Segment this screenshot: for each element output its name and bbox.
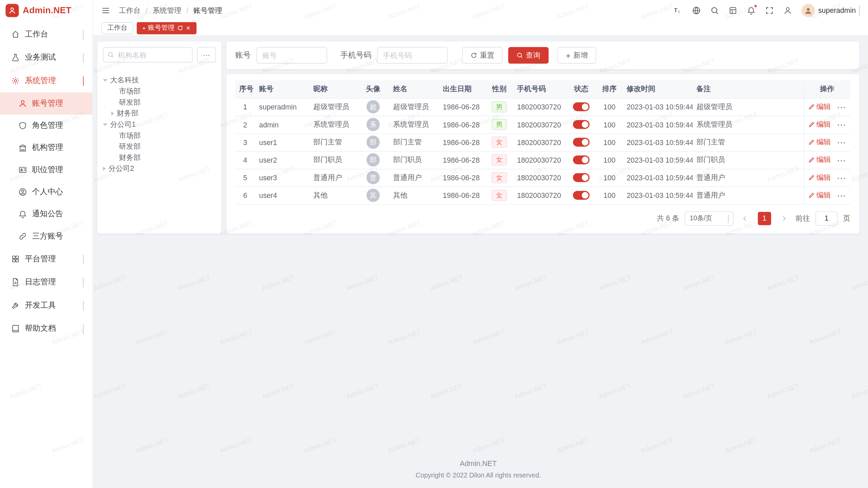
sidebar-item-third-party-account[interactable]: 三方账号 bbox=[0, 225, 93, 247]
tree-node[interactable]: 研发部 bbox=[103, 97, 216, 108]
globe-icon[interactable] bbox=[692, 6, 701, 15]
col-remark: 备注 bbox=[692, 80, 804, 98]
plus-icon: + bbox=[566, 51, 571, 59]
tree-node[interactable]: 财务部 bbox=[103, 152, 216, 163]
row-more-button[interactable]: ··· bbox=[837, 139, 846, 147]
tree-node[interactable]: 研发部 bbox=[103, 141, 216, 152]
org-more-button[interactable]: ··· bbox=[197, 47, 216, 63]
chevron-down-icon bbox=[83, 301, 84, 310]
status-toggle[interactable] bbox=[573, 191, 590, 200]
row-more-button[interactable]: ··· bbox=[837, 192, 846, 200]
user-menu[interactable]: superadmin bbox=[802, 4, 860, 17]
refresh-icon[interactable] bbox=[177, 25, 183, 31]
accounts-table: 序号 账号 昵称 头像 姓名 出生日期 性别 手机号码 状态 排序 bbox=[235, 80, 850, 205]
goto-label: 前往 bbox=[795, 213, 810, 223]
current-page[interactable]: 1 bbox=[758, 211, 771, 225]
org-search-input[interactable] bbox=[103, 47, 193, 63]
edit-button[interactable]: 编辑 bbox=[808, 137, 831, 147]
notification-icon[interactable] bbox=[747, 6, 756, 15]
brand-name: Admin.NET bbox=[23, 5, 72, 15]
brand: Admin.NET bbox=[0, 0, 93, 20]
sidebar-item-position-management[interactable]: 职位管理 bbox=[0, 159, 93, 181]
table-row: 5 user3 普通用户 普 普通用户 1986-06-28 女 1802003… bbox=[235, 169, 850, 186]
breadcrumb-item[interactable]: 工作台 bbox=[119, 5, 141, 15]
avatar: 系 bbox=[367, 118, 380, 131]
tree-node[interactable]: 市场部 bbox=[103, 130, 216, 141]
phone-input[interactable] bbox=[377, 47, 448, 64]
tree-node[interactable]: 分公司1 bbox=[103, 119, 216, 130]
reset-button[interactable]: 重置 bbox=[462, 47, 502, 64]
edit-button[interactable]: 编辑 bbox=[808, 172, 831, 182]
tabs-bar: 工作台 ● 账号管理 × bbox=[93, 20, 868, 36]
col-nickname: 昵称 bbox=[310, 80, 357, 98]
avatar: 普 bbox=[367, 171, 380, 184]
sidebar-item-platform-management[interactable]: 平台管理 bbox=[0, 247, 93, 271]
row-more-button[interactable]: ··· bbox=[837, 157, 846, 165]
profile-icon[interactable] bbox=[783, 6, 792, 15]
tree-node[interactable]: 财务部 bbox=[103, 108, 216, 119]
row-more-button[interactable]: ··· bbox=[837, 121, 846, 129]
prev-page-button[interactable] bbox=[739, 211, 752, 225]
status-toggle[interactable] bbox=[573, 173, 590, 182]
status-toggle[interactable] bbox=[573, 156, 590, 164]
brand-logo-icon bbox=[5, 4, 19, 17]
pencil-icon bbox=[808, 174, 815, 181]
page-size-select[interactable]: 10条/页 bbox=[685, 211, 734, 225]
edit-button[interactable]: 编辑 bbox=[808, 190, 831, 200]
search-button[interactable]: 查询 bbox=[508, 47, 549, 64]
caret-down-icon[interactable] bbox=[103, 79, 107, 82]
status-toggle[interactable] bbox=[573, 138, 590, 147]
fullscreen-icon[interactable] bbox=[765, 6, 774, 15]
account-input[interactable] bbox=[256, 47, 327, 64]
next-page-button[interactable] bbox=[777, 211, 790, 225]
tree-node[interactable]: 分公司2 bbox=[103, 163, 216, 175]
status-toggle[interactable] bbox=[573, 103, 590, 111]
status-toggle[interactable] bbox=[573, 120, 590, 129]
goto-page-input[interactable] bbox=[815, 211, 837, 225]
sidebar-item-business-test[interactable]: 业务测试 bbox=[0, 46, 93, 69]
chevron-down-icon bbox=[83, 30, 84, 39]
sidebar-item-dev-tools[interactable]: 开发工具 bbox=[0, 294, 93, 317]
edit-button[interactable]: 编辑 bbox=[808, 155, 831, 165]
tab-workbench[interactable]: 工作台 bbox=[101, 22, 134, 34]
row-more-button[interactable]: ··· bbox=[837, 174, 846, 182]
breadcrumb-item[interactable]: 系统管理 bbox=[141, 5, 181, 15]
topbar: 工作台 系统管理 账号管理 Tt superadmin bbox=[93, 0, 868, 20]
sidebar-item-org-management[interactable]: 机构管理 bbox=[0, 137, 93, 159]
close-icon[interactable]: × bbox=[186, 24, 190, 32]
gear-icon bbox=[11, 76, 20, 85]
sidebar-item-label: 个人中心 bbox=[32, 187, 93, 197]
search-icon[interactable] bbox=[710, 6, 719, 15]
add-button[interactable]: + 新增 bbox=[557, 47, 596, 64]
sidebar-item-label: 工作台 bbox=[25, 29, 78, 39]
tab-account-management[interactable]: ● 账号管理 × bbox=[137, 22, 196, 34]
table-row: 2 admin 系统管理员 系 系统管理员 1986-06-28 男 18020… bbox=[235, 116, 850, 133]
caret-right-icon[interactable] bbox=[111, 111, 114, 116]
row-more-button[interactable]: ··· bbox=[837, 103, 846, 111]
sidebar-item-log-management[interactable]: 日志管理 bbox=[0, 270, 93, 294]
sidebar-item-help-docs[interactable]: 帮助文档 bbox=[0, 317, 93, 341]
col-phone: 手机号码 bbox=[513, 80, 566, 98]
menu-collapse-button[interactable] bbox=[101, 6, 110, 15]
font-size-icon[interactable]: Tt bbox=[674, 6, 683, 15]
sidebar-item-workbench[interactable]: 工作台 bbox=[0, 23, 93, 46]
sidebar-item-system-management[interactable]: 系统管理 bbox=[0, 69, 93, 93]
edit-button[interactable]: 编辑 bbox=[808, 120, 831, 129]
col-modified: 修改时间 bbox=[623, 80, 693, 98]
pencil-icon bbox=[808, 139, 815, 146]
caret-down-icon[interactable] bbox=[103, 123, 107, 126]
theme-icon[interactable] bbox=[729, 6, 737, 15]
sidebar-item-account-management[interactable]: 账号管理 bbox=[0, 93, 93, 115]
sidebar-item-notice[interactable]: 通知公告 bbox=[0, 203, 93, 225]
chevron-down-icon bbox=[83, 53, 84, 62]
caret-right-icon[interactable] bbox=[103, 166, 106, 171]
edit-button[interactable]: 编辑 bbox=[808, 102, 831, 111]
query-form: 账号 手机号码 重置 查询 + bbox=[226, 41, 859, 69]
sidebar-item-role-management[interactable]: 角色管理 bbox=[0, 115, 93, 137]
tree-node-label: 大名科技 bbox=[110, 75, 139, 85]
active-dot-icon: ● bbox=[143, 26, 145, 30]
tree-node[interactable]: 大名科技 bbox=[103, 75, 216, 86]
tree-node[interactable]: 市场部 bbox=[103, 86, 216, 97]
sidebar-item-personal-center[interactable]: 个人中心 bbox=[0, 181, 93, 203]
chevron-down-icon bbox=[83, 278, 84, 287]
